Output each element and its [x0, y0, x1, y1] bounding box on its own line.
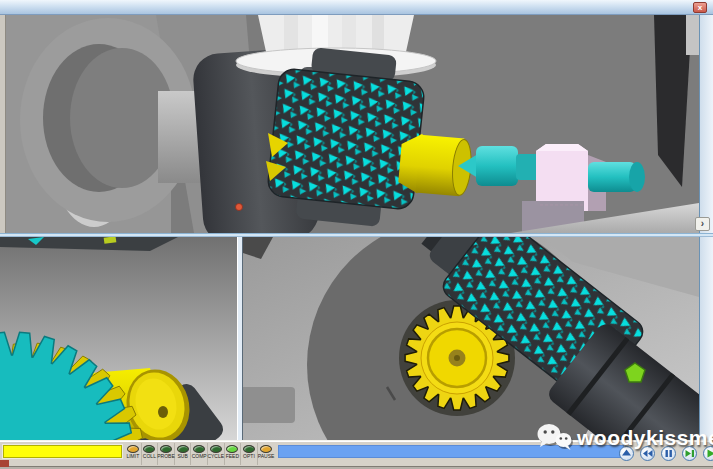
- sub-led-icon: [177, 445, 189, 453]
- led-probe[interactable]: PROBE: [158, 443, 175, 465]
- tailstock-barrel: [588, 162, 636, 192]
- led-cycle[interactable]: CYCLE: [208, 443, 225, 465]
- horizontal-splitter[interactable]: [0, 233, 713, 237]
- led-coll[interactable]: COLL: [142, 443, 159, 465]
- panel-expander-button[interactable]: ›: [695, 217, 710, 231]
- viewport-hob-closeup[interactable]: [0, 237, 237, 440]
- led-sub[interactable]: SUB: [175, 443, 192, 465]
- close-icon[interactable]: x: [693, 2, 707, 13]
- led-limit[interactable]: LIMIT: [125, 443, 142, 465]
- probe-led-icon: [160, 445, 172, 453]
- viewport-machine-overview[interactable]: [6, 15, 699, 233]
- gear-mesh-scene: [243, 237, 699, 440]
- titlebar[interactable]: x: [0, 0, 713, 15]
- wechat-icon: [536, 423, 573, 452]
- led-comp[interactable]: COMP: [191, 443, 208, 465]
- red-marker-icon: [236, 204, 243, 211]
- nc-program-progress-bar: [3, 445, 122, 458]
- vertical-splitter[interactable]: [237, 237, 243, 440]
- window-left-edge: [0, 15, 6, 233]
- pause-led-icon: [260, 445, 272, 453]
- led-opti[interactable]: OPTI: [241, 443, 258, 465]
- led-pause[interactable]: PAUSE: [258, 443, 275, 465]
- led-feed[interactable]: FEED: [225, 443, 242, 465]
- watermark: woodykissme: [536, 423, 713, 452]
- corner-status-marker: [0, 460, 9, 467]
- application-window: x: [0, 0, 713, 469]
- machine-3d-scene: [6, 15, 699, 233]
- hob-closeup-scene: [0, 237, 237, 440]
- cycle-led-icon: [210, 445, 222, 453]
- limit-led-icon: [127, 445, 139, 453]
- feed-led-icon: [226, 445, 238, 453]
- opti-led-icon: [243, 445, 255, 453]
- coll-led-icon: [143, 445, 155, 453]
- viewport-gear-mesh[interactable]: [243, 237, 699, 440]
- watermark-text: woodykissme: [577, 426, 713, 450]
- comp-led-icon: [193, 445, 205, 453]
- status-led-cluster: LIMIT COLL PROBE SUB COMP CYCLE FEED: [125, 443, 274, 465]
